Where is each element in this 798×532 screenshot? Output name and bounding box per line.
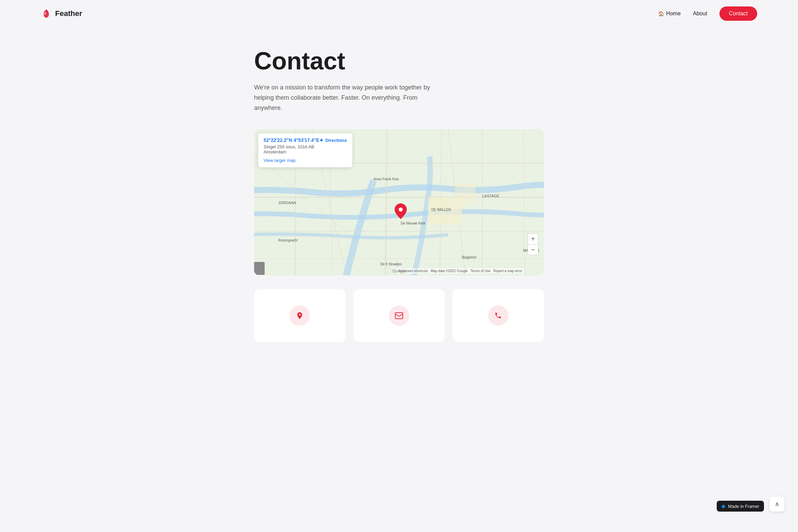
directions-link[interactable]: Directions xyxy=(319,138,347,143)
map-zoom-controls: + − xyxy=(528,233,538,255)
map-coordinates: 52°22'22.2"N 4°53'17.4"E xyxy=(264,137,319,143)
nav-about-label: About xyxy=(693,11,707,17)
logo-link[interactable]: Feather xyxy=(41,8,82,19)
map-address-line1: Singel 250 sous, 1016 AB xyxy=(264,144,347,149)
email-icon xyxy=(389,305,409,326)
nav-about-link[interactable]: About xyxy=(693,11,707,17)
feather-logo-icon xyxy=(41,8,52,19)
made-in-framer-badge: ◈ Made in Framer xyxy=(717,501,764,512)
map-container[interactable]: JORDAAN Anne Frank Huis De Nieuwe Kerk D… xyxy=(254,129,544,276)
svg-point-25 xyxy=(399,207,403,212)
map-zoom-out-button[interactable]: − xyxy=(528,244,538,255)
location-card xyxy=(254,289,345,342)
telephone-icon xyxy=(494,312,502,320)
map-attribution: Keyboard shortcuts Map data ©2022 Google… xyxy=(397,268,523,273)
map-pin-icon xyxy=(295,311,304,320)
terms-link[interactable]: Terms of Use xyxy=(470,269,491,273)
map-address-line2: Amsterdam xyxy=(264,149,347,154)
page-subtitle: We're on a mission to transform the way … xyxy=(254,83,431,113)
svg-text:De Nieuwe Kerk: De Nieuwe Kerk xyxy=(401,221,426,225)
phone-card xyxy=(453,289,544,342)
map-coords-row: 52°22'22.2"N 4°53'17.4"E Directions xyxy=(264,137,347,143)
map-address: Singel 250 sous, 1016 AB Amsterdam xyxy=(264,144,347,154)
nav-links: 🏠 Home About Contact xyxy=(658,6,757,21)
svg-text:Anne Frank Huis: Anne Frank Huis xyxy=(373,177,399,181)
mail-icon xyxy=(395,312,403,319)
nav-contact-button[interactable]: Contact xyxy=(719,6,757,21)
svg-rect-29 xyxy=(395,313,403,319)
chevron-up-icon: ∧ xyxy=(775,500,779,508)
svg-rect-13 xyxy=(455,184,476,204)
phone-icon xyxy=(488,305,509,326)
svg-text:Begijnhof: Begijnhof xyxy=(462,255,476,259)
location-icon xyxy=(289,305,310,326)
directions-icon xyxy=(319,138,324,143)
logo-text: Feather xyxy=(55,9,82,18)
map-zoom-in-button[interactable]: + xyxy=(528,233,538,244)
view-larger-map-link[interactable]: View larger map xyxy=(264,158,296,163)
directions-label: Directions xyxy=(325,138,347,143)
scroll-to-top-button[interactable]: ∧ xyxy=(769,497,784,512)
report-error-link[interactable]: Report a map error xyxy=(494,269,522,273)
contact-cards xyxy=(254,289,544,363)
page-title: Contact xyxy=(254,48,544,74)
made-in-framer-label: Made in Framer xyxy=(728,504,759,509)
map-data-attribution: Map data ©2022 Google xyxy=(431,269,468,273)
svg-text:JORDAAN: JORDAAN xyxy=(278,201,296,205)
svg-text:De 9 Straatjes: De 9 Straatjes xyxy=(380,262,402,266)
svg-text:LASTAGE: LASTAGE xyxy=(482,194,499,198)
nav-home-link[interactable]: 🏠 Home xyxy=(658,11,681,17)
home-icon: 🏠 xyxy=(658,11,664,16)
framer-logo-icon: ◈ xyxy=(721,503,725,509)
navbar: Feather 🏠 Home About Contact xyxy=(0,0,798,27)
svg-text:DE WALLEN: DE WALLEN xyxy=(431,208,451,212)
svg-text:Rozengracht: Rozengracht xyxy=(278,238,298,242)
map-info-popup: 52°22'22.2"N 4°53'17.4"E Directions Sing… xyxy=(258,133,352,167)
nav-home-label: Home xyxy=(666,11,681,17)
email-card xyxy=(353,289,445,342)
svg-rect-26 xyxy=(254,262,265,275)
google-logo: Google xyxy=(393,269,406,273)
main-content: Contact We're on a mission to transform … xyxy=(246,27,552,363)
